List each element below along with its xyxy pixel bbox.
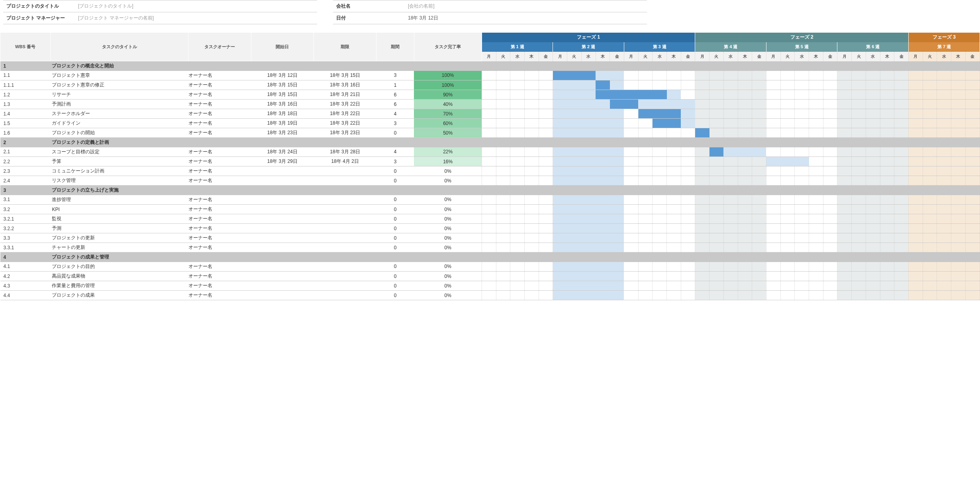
gantt-cell[interactable] [653, 262, 667, 272]
gantt-cell[interactable] [766, 243, 780, 252]
gantt-cell[interactable] [937, 262, 951, 272]
gantt-cell[interactable] [951, 291, 966, 300]
gantt-cell[interactable] [880, 224, 894, 233]
gantt-cell[interactable] [638, 109, 653, 119]
gantt-cell[interactable] [596, 157, 610, 166]
gantt-cell[interactable] [894, 166, 909, 176]
gantt-cell[interactable] [496, 157, 510, 166]
gantt-cell[interactable] [766, 233, 780, 243]
gantt-cell[interactable] [596, 205, 610, 214]
gantt-cell[interactable] [539, 205, 553, 214]
gantt-cell[interactable] [809, 80, 823, 90]
gantt-cell[interactable] [908, 214, 923, 224]
gantt-cell[interactable] [525, 176, 539, 186]
gantt-cell[interactable] [567, 272, 582, 281]
gantt-cell[interactable] [837, 157, 852, 166]
gantt-cell[interactable] [937, 205, 951, 214]
gantt-cell[interactable] [894, 281, 909, 291]
cell-duration[interactable]: 0 [376, 214, 414, 224]
gantt-cell[interactable] [795, 195, 809, 205]
gantt-cell[interactable] [553, 90, 567, 100]
gantt-cell[interactable] [667, 147, 681, 157]
gantt-cell[interactable] [710, 157, 724, 166]
gantt-cell[interactable] [710, 195, 724, 205]
gantt-cell[interactable] [951, 157, 966, 166]
gantt-cell[interactable] [795, 147, 809, 157]
gantt-cell[interactable] [866, 214, 880, 224]
gantt-cell[interactable] [780, 224, 795, 233]
gantt-cell[interactable] [923, 157, 937, 166]
gantt-cell[interactable] [710, 291, 724, 300]
gantt-cell[interactable] [567, 195, 582, 205]
gantt-cell[interactable] [596, 281, 610, 291]
gantt-cell[interactable] [695, 272, 710, 281]
gantt-cell[interactable] [553, 214, 567, 224]
gantt-cell[interactable] [681, 214, 695, 224]
gantt-cell[interactable] [496, 272, 510, 281]
gantt-cell[interactable] [738, 205, 752, 214]
gantt-cell[interactable] [951, 243, 966, 252]
gantt-cell[interactable] [596, 224, 610, 233]
gantt-cell[interactable] [723, 109, 738, 119]
gantt-cell[interactable] [610, 262, 624, 272]
cell-due[interactable]: 18年 3月 21日 [314, 90, 376, 100]
gantt-cell[interactable] [852, 205, 866, 214]
gantt-cell[interactable] [837, 291, 852, 300]
gantt-cell[interactable] [567, 109, 582, 119]
gantt-cell[interactable] [866, 71, 880, 80]
gantt-cell[interactable] [852, 100, 866, 109]
gantt-cell[interactable] [695, 80, 710, 90]
gantt-cell[interactable] [510, 128, 525, 138]
gantt-cell[interactable] [795, 205, 809, 214]
gantt-cell[interactable] [653, 214, 667, 224]
gantt-cell[interactable] [866, 233, 880, 243]
gantt-cell[interactable] [780, 119, 795, 128]
gantt-cell[interactable] [496, 80, 510, 90]
gantt-cell[interactable] [738, 80, 752, 90]
gantt-cell[interactable] [482, 291, 496, 300]
gantt-cell[interactable] [596, 109, 610, 119]
gantt-cell[interactable] [510, 262, 525, 272]
cell-start[interactable] [251, 291, 314, 300]
gantt-cell[interactable] [965, 195, 980, 205]
gantt-cell[interactable] [667, 272, 681, 281]
gantt-cell[interactable] [667, 90, 681, 100]
cell-due[interactable]: 18年 3月 28日 [314, 147, 376, 157]
gantt-cell[interactable] [681, 205, 695, 214]
gantt-cell[interactable] [795, 166, 809, 176]
gantt-cell[interactable] [752, 243, 766, 252]
gantt-cell[interactable] [581, 262, 596, 272]
gantt-cell[interactable] [496, 224, 510, 233]
gantt-cell[interactable] [951, 119, 966, 128]
gantt-cell[interactable] [880, 128, 894, 138]
gantt-cell[interactable] [752, 291, 766, 300]
gantt-cell[interactable] [809, 233, 823, 243]
gantt-cell[interactable] [653, 71, 667, 80]
gantt-cell[interactable] [766, 176, 780, 186]
gantt-cell[interactable] [539, 243, 553, 252]
gantt-cell[interactable] [894, 195, 909, 205]
gantt-cell[interactable] [894, 71, 909, 80]
gantt-cell[interactable] [866, 205, 880, 214]
gantt-cell[interactable] [866, 100, 880, 109]
gantt-cell[interactable] [723, 224, 738, 233]
gantt-cell[interactable] [496, 147, 510, 157]
gantt-cell[interactable] [965, 166, 980, 176]
gantt-cell[interactable] [780, 176, 795, 186]
gantt-cell[interactable] [923, 109, 937, 119]
cell-owner[interactable]: オーナー名 [188, 233, 251, 243]
gantt-cell[interactable] [894, 233, 909, 243]
gantt-cell[interactable] [581, 214, 596, 224]
gantt-cell[interactable] [653, 291, 667, 300]
gantt-cell[interactable] [795, 109, 809, 119]
gantt-cell[interactable] [723, 90, 738, 100]
gantt-cell[interactable] [780, 157, 795, 166]
gantt-cell[interactable] [809, 205, 823, 214]
gantt-cell[interactable] [738, 109, 752, 119]
gantt-cell[interactable] [809, 100, 823, 109]
gantt-cell[interactable] [738, 224, 752, 233]
gantt-cell[interactable] [738, 176, 752, 186]
gantt-cell[interactable] [738, 90, 752, 100]
cell-owner[interactable]: オーナー名 [188, 224, 251, 233]
gantt-cell[interactable] [951, 195, 966, 205]
